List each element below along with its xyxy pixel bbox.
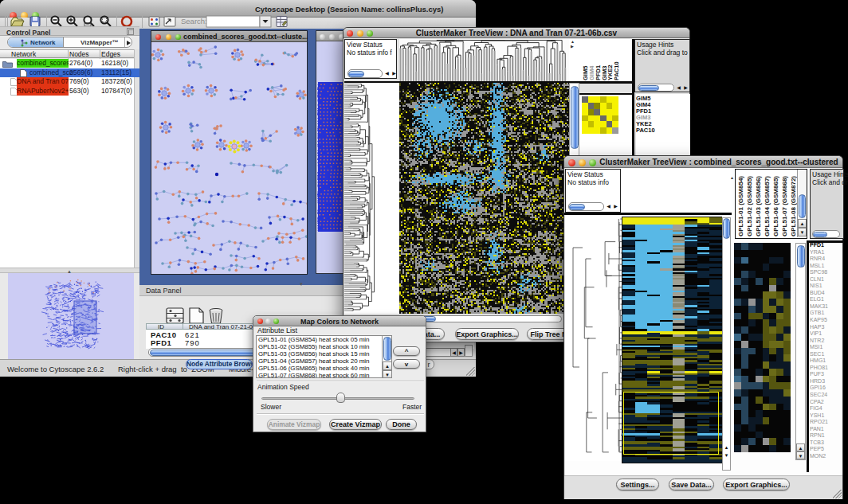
svg-text:Search:: Search: <box>181 17 207 25</box>
